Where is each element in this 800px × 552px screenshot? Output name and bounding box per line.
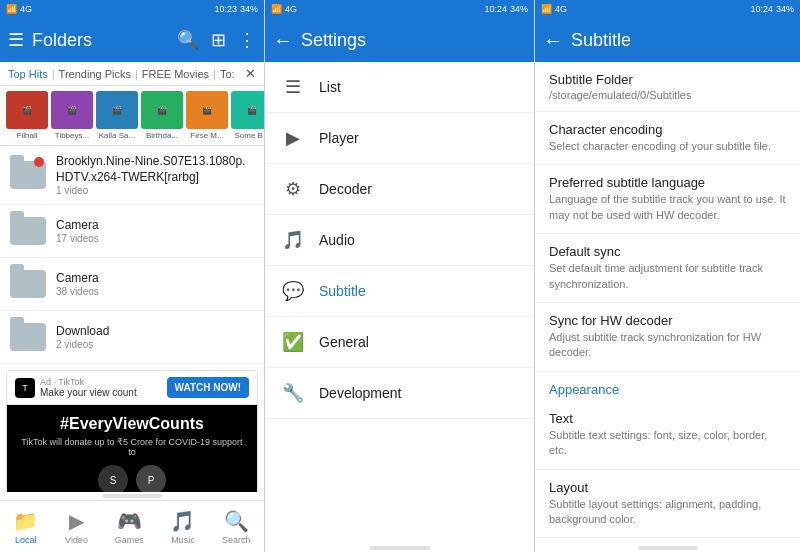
top-hits-label[interactable]: Top Hits: [8, 68, 48, 80]
hamburger-icon[interactable]: ☰: [8, 29, 24, 51]
scroll-indicator-2: [370, 546, 430, 550]
free-movies-label[interactable]: FREE Movies: [142, 68, 209, 80]
subtitle-item-language[interactable]: Preferred subtitle language Language of …: [535, 165, 800, 234]
signal-icon: 📶: [6, 4, 17, 14]
thumb-label-some: Some B...: [231, 131, 264, 140]
folder-shape-download: [10, 323, 46, 351]
settings-title: Settings: [301, 30, 526, 51]
settings-item-development[interactable]: 🔧 Development: [265, 368, 534, 419]
grid-icon[interactable]: ⊞: [211, 29, 226, 51]
nav-video[interactable]: ▶ Video: [55, 507, 98, 547]
thumb-label-filhall: Filhall: [6, 131, 48, 140]
status-bar-3: 📶 4G 10:24 34%: [535, 0, 800, 18]
general-icon: ✅: [281, 331, 305, 353]
settings-item-list[interactable]: ☰ List: [265, 62, 534, 113]
ad-banner: T Ad · TikTok Make your view count WATCH…: [6, 370, 258, 492]
settings-item-decoder[interactable]: ⚙ Decoder: [265, 164, 534, 215]
nav-games[interactable]: 🎮 Games: [105, 507, 154, 547]
battery-3: 34%: [776, 4, 794, 14]
status-right-1: 10:23 34%: [214, 4, 258, 14]
nav-video-label: Video: [65, 535, 88, 545]
thumb-img-filhall: 🎬: [6, 91, 48, 129]
search-nav-icon: 🔍: [224, 509, 249, 533]
status-left-3: 📶 4G: [541, 4, 567, 14]
watch-now-button[interactable]: WATCH NOW!: [167, 377, 249, 398]
status-right-2: 10:24 34%: [484, 4, 528, 14]
nav-music-label: Music: [171, 535, 195, 545]
subtitle-item-encoding[interactable]: Character encoding Select character enco…: [535, 112, 800, 165]
subtitle-default-sync-desc: Set default time adjustment for subtitle…: [549, 261, 786, 292]
file-info-brooklyn: Brooklyn.Nine-Nine.S07E13.1080p.HDTV.x26…: [56, 154, 254, 196]
settings-back-icon[interactable]: ←: [273, 29, 293, 52]
thumb-filhall[interactable]: 🎬 Filhall: [6, 91, 48, 140]
trending-picks-label[interactable]: Trending Picks: [59, 68, 131, 80]
scroll-indicator-3: [638, 546, 698, 550]
subtitle-item-layout[interactable]: Layout Subtitle layout settings: alignme…: [535, 470, 800, 539]
file-name-camera1: Camera: [56, 218, 254, 234]
ad-top-row: T Ad · TikTok Make your view count WATCH…: [7, 371, 257, 405]
subtitle-hw-sync-title: Sync for HW decoder: [549, 313, 786, 328]
nav-games-label: Games: [115, 535, 144, 545]
subtitle-back-icon[interactable]: ←: [543, 29, 563, 52]
settings-item-audio[interactable]: 🎵 Audio: [265, 215, 534, 266]
file-meta-download: 2 videos: [56, 339, 254, 350]
ad-subtext: TikTok will donate up to ₹5 Crore for CO…: [17, 437, 247, 457]
thumb-img-kalla: 🎬: [96, 91, 138, 129]
bottom-nav: 📁 Local ▶ Video 🎮 Games 🎵 Music 🔍 Search: [0, 500, 264, 552]
subtitle-item-hw-sync[interactable]: Sync for HW decoder Adjust subtitle trac…: [535, 303, 800, 372]
video-icon: ▶: [69, 509, 84, 533]
subtitle-panel: 📶 4G 10:24 34% ← Subtitle Subtitle Folde…: [535, 0, 800, 552]
subtitle-item-folder[interactable]: Subtitle Folder /storage/emulated/0/Subt…: [535, 62, 800, 112]
subtitle-icon: 💬: [281, 280, 305, 302]
subtitle-layout-title: Layout: [549, 480, 786, 495]
nav-search[interactable]: 🔍 Search: [212, 507, 261, 547]
settings-label-decoder: Decoder: [319, 181, 372, 197]
ad-label: Ad · TikTok: [40, 377, 137, 387]
thumb-firse[interactable]: 🎬 Firse M...: [186, 91, 228, 140]
subtitle-hw-sync-desc: Adjust subtitle track synchronization fo…: [549, 330, 786, 361]
thumb-label-tibbeys: Tibbeys...: [51, 131, 93, 140]
time-2: 10:24: [484, 4, 507, 14]
more-icon[interactable]: ⋮: [238, 29, 256, 51]
nav-local-label: Local: [15, 535, 37, 545]
settings-label-player: Player: [319, 130, 359, 146]
separator-3: |: [213, 68, 216, 80]
settings-item-general[interactable]: ✅ General: [265, 317, 534, 368]
file-list: Brooklyn.Nine-Nine.S07E13.1080p.HDTV.x26…: [0, 146, 264, 492]
thumb-img-tibbeys: 🎬: [51, 91, 93, 129]
thumb-bg-tibbeys: 🎬: [51, 91, 93, 129]
file-item-brooklyn[interactable]: Brooklyn.Nine-Nine.S07E13.1080p.HDTV.x26…: [0, 146, 264, 205]
app-bar-icons-1: 🔍 ⊞ ⋮: [177, 29, 256, 51]
settings-label-general: General: [319, 334, 369, 350]
to-label[interactable]: To:: [220, 68, 235, 80]
settings-item-subtitle[interactable]: 💬 Subtitle: [265, 266, 534, 317]
thumb-bg-firse: 🎬: [186, 91, 228, 129]
thumb-kalla[interactable]: 🎬 Kalla Sa...: [96, 91, 138, 140]
nav-local[interactable]: 📁 Local: [3, 507, 48, 547]
subtitle-item-text[interactable]: Text Subtitle text settings: font, size,…: [535, 401, 800, 470]
file-item-camera1[interactable]: Camera 17 videos: [0, 205, 264, 258]
thumb-tibbeys[interactable]: 🎬 Tibbeys...: [51, 91, 93, 140]
settings-app-bar: ← Settings: [265, 18, 534, 62]
ad-info-text: Ad · TikTok Make your view count: [40, 377, 137, 398]
top-hits-close-icon[interactable]: ✕: [245, 66, 256, 81]
settings-item-player[interactable]: ▶ Player: [265, 113, 534, 164]
file-name-brooklyn: Brooklyn.Nine-Nine.S07E13.1080p.HDTV.x26…: [56, 154, 254, 185]
player-icon: ▶: [281, 127, 305, 149]
search-icon[interactable]: 🔍: [177, 29, 199, 51]
settings-label-development: Development: [319, 385, 402, 401]
file-meta-brooklyn: 1 video: [56, 185, 254, 196]
thumb-some[interactable]: 🎬 Some B...: [231, 91, 264, 140]
file-item-download[interactable]: Download 2 videos: [0, 311, 264, 364]
status-left-2: 📶 4G: [271, 4, 297, 14]
network-type-2: 4G: [285, 4, 297, 14]
ad-text: Make your view count: [40, 387, 137, 398]
thumb-birthda[interactable]: 🎬 Birthda...: [141, 91, 183, 140]
nav-music[interactable]: 🎵 Music: [160, 507, 205, 547]
file-name-download: Download: [56, 324, 254, 340]
file-item-camera2[interactable]: Camera 38 videos: [0, 258, 264, 311]
subtitle-item-default-sync[interactable]: Default sync Set default time adjustment…: [535, 234, 800, 303]
list-icon: ☰: [281, 76, 305, 98]
subtitle-default-sync-title: Default sync: [549, 244, 786, 259]
settings-label-list: List: [319, 79, 341, 95]
